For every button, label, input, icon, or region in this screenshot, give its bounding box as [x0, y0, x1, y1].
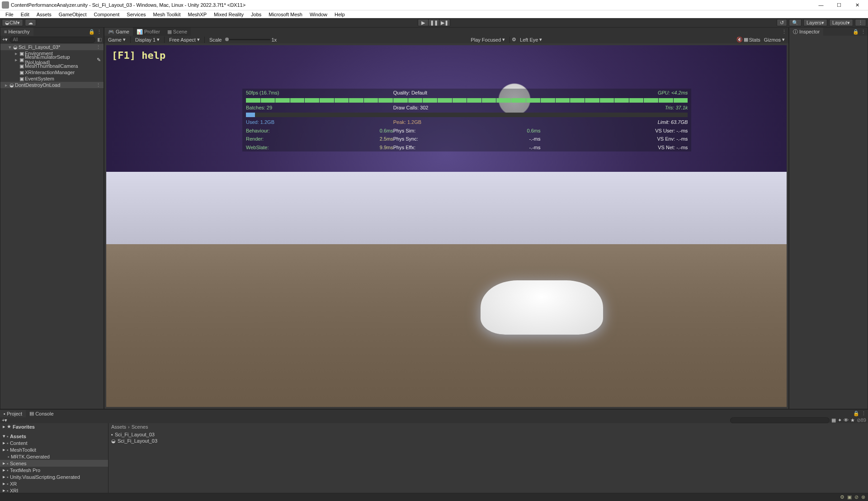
- hierarchy-tab[interactable]: ≡ Hierarchy: [0, 28, 33, 36]
- search-button[interactable]: 🔍: [789, 19, 802, 26]
- gear-icon[interactable]: ⚙: [512, 37, 516, 43]
- unity-scene-icon: ◒: [111, 438, 116, 444]
- panel-lock-icon[interactable]: 🔒: [853, 411, 859, 416]
- scene-floor: [106, 244, 787, 407]
- undo-history-button[interactable]: ↺: [777, 19, 787, 26]
- status-bar: ⚙ ▣ ⊘ ⊗: [0, 493, 868, 501]
- pencil-icon[interactable]: ✎: [97, 57, 104, 63]
- tree-row[interactable]: ▸ ▪ Content: [0, 440, 108, 446]
- unity-logo-icon: [2, 1, 9, 9]
- pause-button[interactable]: ❚❚: [429, 19, 439, 26]
- menu-microsoftmesh[interactable]: Microsoft Mesh: [265, 12, 306, 17]
- favorites-row[interactable]: ▸ ★ Favorites: [0, 423, 108, 430]
- inspector-tab[interactable]: ⓘ Inspector: [789, 28, 823, 36]
- tab-project[interactable]: ▪ Project: [0, 410, 26, 417]
- menu-help[interactable]: Help: [331, 12, 349, 17]
- tree-row[interactable]: ▸ ▪ TextMesh Pro: [0, 467, 108, 473]
- mute-icon[interactable]: 🔇: [736, 37, 743, 43]
- status-icon[interactable]: ⊘: [854, 494, 859, 500]
- minimize-button[interactable]: —: [812, 0, 830, 9]
- panel-menu-icon[interactable]: ⋮: [782, 29, 787, 35]
- play-button[interactable]: ▶: [418, 19, 429, 26]
- aspect-dropdown[interactable]: Free Aspect ▾: [166, 37, 203, 43]
- cloud-button[interactable]: ☁: [25, 19, 36, 26]
- kebab-icon[interactable]: ⋮: [96, 44, 104, 50]
- close-button[interactable]: ✕: [848, 0, 866, 9]
- hierarchy-panel: ≡ Hierarchy 🔒⋮ +▾ ◧ ▾◒ Sci_Fi_Layout_03*…: [0, 27, 104, 409]
- play-focused-dropdown[interactable]: Play Focused ▾: [468, 37, 508, 43]
- game-mode-dropdown[interactable]: Game ▾: [105, 37, 128, 43]
- stats-toggle[interactable]: Stats: [749, 37, 760, 43]
- menu-component[interactable]: Component: [90, 12, 123, 17]
- tree-row[interactable]: ▣ EventSystem: [0, 76, 104, 82]
- tab-game[interactable]: 🎮 Game: [104, 28, 133, 36]
- menu-mixedreality[interactable]: Mixed Reality: [210, 12, 247, 17]
- asset-row[interactable]: ◒Sci_Fi_Layout_03: [111, 438, 865, 444]
- menu-jobs[interactable]: Jobs: [247, 12, 265, 17]
- gizmos-dropdown[interactable]: Gizmos ▾: [761, 37, 788, 43]
- maximize-button[interactable]: ☐: [830, 0, 848, 9]
- tree-row[interactable]: ▸ ▪ Unity.VisualScripting.Generated: [0, 473, 108, 480]
- tab-profiler[interactable]: 📊 Profiler: [133, 28, 164, 36]
- help-overlay-text: [F1] help: [112, 50, 165, 61]
- status-icon[interactable]: ⚙: [840, 494, 844, 500]
- hierarchy-search-input[interactable]: [9, 37, 95, 43]
- search-by-label-icon[interactable]: ✦: [838, 417, 842, 423]
- status-icon[interactable]: ▣: [847, 494, 852, 500]
- account-dropdown[interactable]: ◒ CM ▾: [2, 19, 23, 26]
- panel-menu-icon[interactable]: ⋮: [97, 29, 102, 35]
- tree-scene-row[interactable]: ▸◒ DontDestroyOnLoad⋮: [0, 82, 104, 88]
- inspector-panel: ⓘ Inspector 🔒⋮: [789, 27, 868, 409]
- eye-dropdown[interactable]: Left Eye ▾: [517, 37, 545, 43]
- step-button[interactable]: ▶❚: [439, 19, 450, 26]
- tree-row[interactable]: ▸ ▪ MeshToolkit: [0, 446, 108, 453]
- tree-row[interactable]: ▣ XRInteractionManager: [0, 69, 104, 76]
- create-dropdown[interactable]: +▾: [2, 37, 8, 43]
- breadcrumb-item[interactable]: Scenes: [132, 424, 148, 430]
- game-viewport[interactable]: [F1] help 50fps (16.7ms)Quality: Default…: [106, 45, 787, 407]
- favorite-icon[interactable]: ★: [850, 417, 855, 423]
- menu-edit[interactable]: Edit: [17, 12, 33, 17]
- tree-row[interactable]: ▸▣ MeshEmulatorSetup [NoUpload]✎: [0, 57, 104, 63]
- menu-meshxp[interactable]: MeshXP: [184, 12, 210, 17]
- panel-lock-icon[interactable]: 🔒: [89, 29, 95, 35]
- panel-menu-icon[interactable]: ⋮: [861, 29, 866, 35]
- asset-row[interactable]: ▪Sci_Fi_Layout_03: [111, 431, 865, 438]
- tree-row[interactable]: ▸ ▪ XR: [0, 480, 108, 487]
- panel-lock-icon[interactable]: 🔒: [853, 29, 859, 35]
- hierarchy-search-filter-icon[interactable]: ◧: [97, 37, 102, 43]
- kebab-icon[interactable]: ⋮: [96, 82, 104, 88]
- menu-meshtoolkit[interactable]: Mesh Toolkit: [150, 12, 184, 17]
- stats-grid-icon[interactable]: ▦: [744, 37, 748, 43]
- display-dropdown[interactable]: Display 1 ▾: [132, 37, 162, 43]
- scale-slider[interactable]: [225, 39, 270, 40]
- tree-row[interactable]: ▸ ▪ Scenes: [0, 460, 108, 467]
- toolbar-kebab[interactable]: ⋮: [855, 19, 866, 26]
- layout-dropdown[interactable]: Layout ▾: [829, 19, 853, 26]
- search-by-type-icon[interactable]: ▦: [831, 417, 836, 423]
- perf-stats-overlay: 50fps (16.7ms)Quality: DefaultGPU: <4.2m…: [242, 89, 691, 151]
- menu-gameobject[interactable]: GameObject: [55, 12, 90, 17]
- menu-window[interactable]: Window: [306, 12, 331, 17]
- layers-dropdown[interactable]: Layers ▾: [803, 19, 827, 26]
- scene-table: [481, 280, 603, 335]
- menu-file[interactable]: File: [2, 12, 17, 17]
- tree-row[interactable]: ▾ ▪ Assets: [0, 433, 108, 440]
- status-icon[interactable]: ⊗: [861, 494, 865, 500]
- create-dropdown[interactable]: +▾: [2, 417, 7, 423]
- scale-label: Scale: [207, 37, 225, 43]
- window-titlebar: ContentPerformanceAnalyzer.unity - Sci_F…: [0, 0, 868, 10]
- menu-assets[interactable]: Assets: [33, 12, 55, 17]
- hidden-packages-icon[interactable]: 👁: [844, 417, 849, 423]
- tree-row[interactable]: ▪ MRTK.Generated: [0, 453, 108, 460]
- asset-list: ▪Sci_Fi_Layout_03 ◒Sci_Fi_Layout_03: [108, 430, 868, 501]
- project-search-input[interactable]: [730, 417, 830, 423]
- folder-icon: ▪: [111, 432, 113, 437]
- panel-menu-icon[interactable]: ⋮: [861, 411, 866, 416]
- mem-bar: [246, 113, 688, 117]
- tree-scene-row[interactable]: ▾◒ Sci_Fi_Layout_03*⋮: [0, 44, 104, 50]
- tab-scene[interactable]: ▦ Scene: [164, 28, 191, 36]
- breadcrumb-item[interactable]: Assets: [111, 424, 126, 430]
- menu-services[interactable]: Services: [123, 12, 149, 17]
- tab-console[interactable]: ▤ Console: [26, 410, 57, 417]
